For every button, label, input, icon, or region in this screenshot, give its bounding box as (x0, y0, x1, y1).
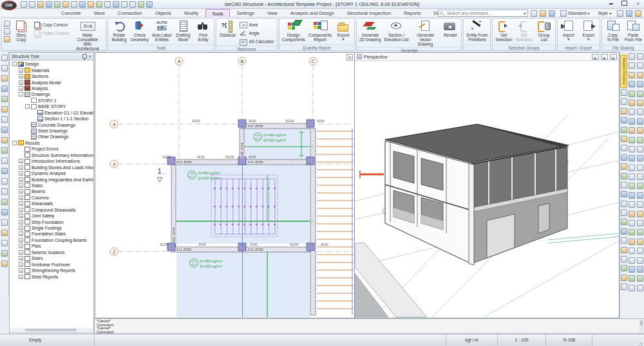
search-dropdown-icon[interactable] (524, 13, 526, 16)
tree-item[interactable]: - Design (10, 61, 93, 67)
tree-expand-toggle[interactable]: + (19, 250, 23, 255)
open-file-icon[interactable] (37, 1, 44, 8)
view-mode-button[interactable]: A (346, 54, 353, 60)
tree-expand-toggle[interactable]: + (19, 268, 23, 273)
tree-item[interactable]: + Foundation Slabs (10, 231, 93, 237)
tool-icon[interactable] (637, 72, 643, 78)
tool-icon[interactable] (629, 118, 635, 125)
tree-item[interactable]: + Beams (10, 188, 93, 194)
area-button[interactable]: Area (238, 21, 275, 29)
layers-icon[interactable] (88, 1, 94, 8)
tree-item[interactable]: + Analysis Model (10, 79, 93, 85)
2d-drawing-view[interactable]: A B C 4 3 2 1 S1237 40/30 S1240 40/30 S1… (95, 52, 355, 318)
tool-icon[interactable] (637, 285, 643, 291)
mdi-restore-icon[interactable] (635, 10, 641, 17)
ribbon-button[interactable]: Section / Elevation List (383, 19, 410, 42)
tool-icon[interactable] (1, 240, 8, 246)
tool-icon[interactable] (1, 106, 8, 113)
tool-icon[interactable] (637, 165, 643, 171)
tool-icon[interactable] (629, 174, 635, 180)
maximize-button[interactable] (620, 1, 629, 8)
tool-icon[interactable] (621, 182, 627, 188)
tree-item[interactable]: Structure Summary Informations (10, 152, 93, 158)
tool-icon[interactable] (637, 118, 643, 125)
tool-icon[interactable] (637, 53, 643, 60)
tree-expand-toggle[interactable]: + (19, 196, 23, 200)
tree-expand-toggle[interactable] (19, 147, 23, 151)
open-project-icon[interactable] (531, 10, 537, 17)
ribbon-button[interactable]: Copy To File (603, 19, 623, 42)
view-option-button[interactable] (610, 54, 617, 60)
tool-icon[interactable] (1, 116, 8, 123)
status-scale[interactable]: 1 : 100 (498, 334, 546, 346)
view-option-button[interactable] (601, 54, 608, 60)
status-unit[interactable]: kgf / m (446, 334, 498, 346)
tool-icon[interactable] (621, 108, 627, 114)
tree-item[interactable]: Steel Drawings (10, 128, 93, 134)
tool-icon[interactable] (637, 248, 643, 254)
tool-icon[interactable] (1, 158, 8, 164)
tool-icon[interactable] (1, 65, 8, 71)
tool-icon[interactable] (629, 239, 635, 245)
tool-icon[interactable] (1, 188, 8, 195)
tree-expand-toggle[interactable]: + (19, 220, 23, 224)
ribbon-button[interactable]: Entity From Primitives (465, 19, 489, 42)
resize-grip[interactable] (592, 334, 644, 346)
tree-item[interactable]: + Compound Shearwalls (10, 207, 93, 213)
tool-icon[interactable] (621, 275, 627, 281)
ribbon-button[interactable]: Group List (535, 19, 554, 42)
tool-icon[interactable] (621, 117, 627, 123)
command-line-panel[interactable]: *Cancel*Command :*Cancel*Command : (94, 318, 644, 334)
style-dropdown[interactable]: Style (595, 10, 614, 17)
view-option-button[interactable] (592, 54, 599, 60)
horizontal-scrollbar[interactable] (11, 328, 93, 332)
close-button[interactable]: × (633, 1, 643, 8)
ribbon-button[interactable]: Import (559, 19, 578, 42)
tool-icon[interactable] (1, 137, 8, 143)
tree-expand-toggle[interactable]: + (19, 80, 23, 85)
tool-icon[interactable] (1, 127, 8, 133)
tool-icon[interactable] (621, 284, 627, 290)
tree-expand-toggle[interactable] (19, 153, 23, 158)
tree-item[interactable]: + Nonlinear Pushover (10, 261, 93, 267)
tool-icon[interactable] (629, 109, 635, 115)
distance-button[interactable]: Distance (218, 19, 237, 38)
tool-icon[interactable] (1, 178, 8, 185)
zoom-icon[interactable] (121, 1, 128, 8)
tool-icon[interactable] (637, 137, 643, 143)
tool-icon[interactable] (637, 146, 643, 152)
ribbon-button[interactable]: Auto Label Entities (151, 19, 173, 42)
ribbon-button[interactable]: Design Components (281, 19, 307, 42)
angle-button[interactable]: Angle (238, 29, 275, 37)
tool-icon[interactable] (637, 257, 643, 264)
minimize-button[interactable] (606, 1, 616, 8)
tool-icon[interactable] (629, 257, 635, 264)
tool-icon[interactable] (621, 163, 627, 170)
menu-tab[interactable]: Objects (149, 9, 177, 17)
tree-expand-toggle[interactable]: + (19, 159, 23, 163)
status-zoom[interactable]: % 108 (546, 334, 592, 346)
ribbon-button[interactable]: Rotate Building (109, 19, 129, 42)
tool-icon[interactable] (621, 154, 627, 161)
ribbon-button[interactable]: Set Selection (514, 19, 533, 42)
tool-icon[interactable] (629, 266, 635, 273)
menu-tab[interactable]: Structural Inspection (341, 9, 397, 17)
redo-icon[interactable] (4, 28, 10, 35)
tool-icon[interactable] (637, 62, 643, 69)
menu-tab[interactable]: Reports (398, 9, 426, 17)
tool-icon[interactable] (621, 127, 627, 133)
make-compatible-button[interactable]: Make Compatible With Architectural (71, 19, 104, 51)
story-copy-button[interactable]: Story Copy (12, 19, 31, 42)
tree-expand-toggle[interactable]: - (12, 141, 17, 145)
tree-item[interactable]: Elevation G1 / G1 Elevation (10, 110, 93, 116)
tool-icon[interactable] (629, 201, 635, 208)
section-marker[interactable]: 1 (157, 168, 162, 182)
tool-icon[interactable] (621, 228, 627, 235)
tool-icon[interactable] (637, 109, 643, 115)
menu-tab[interactable]: Concrete (55, 9, 86, 17)
idecad-logo-icon[interactable]: CAD (1, 1, 17, 10)
command-scrollbar[interactable] (639, 320, 643, 333)
tool-icon[interactable] (629, 248, 635, 254)
tree-expand-toggle[interactable] (25, 129, 30, 133)
tree-expand-toggle[interactable]: + (19, 171, 23, 176)
